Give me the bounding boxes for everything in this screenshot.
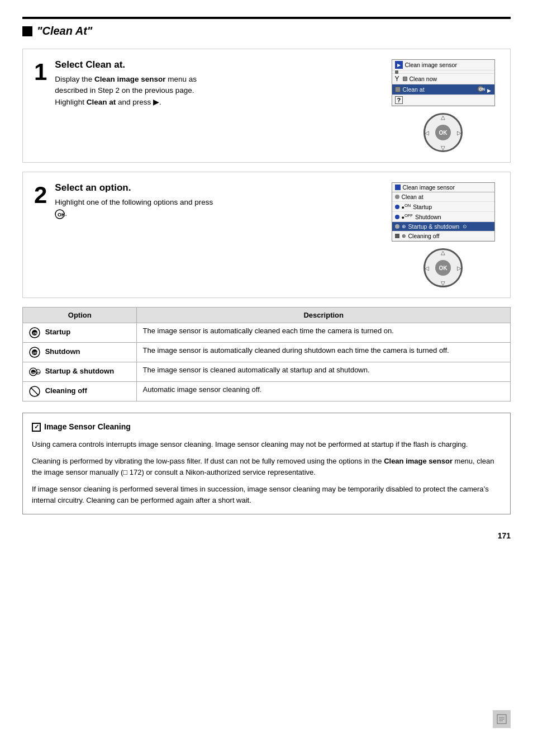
svg-text:OFF: OFF (33, 351, 39, 355)
menu-header-icon: ▶ (395, 61, 403, 69)
svg-text:ON: ON (479, 87, 485, 91)
ok-circle-small: ⊙ (463, 224, 467, 229)
arrow-down-icon: ▽ (441, 145, 445, 151)
startup-option-label: Startup (45, 328, 71, 336)
cleaning-off-icon-text: ⊗ (402, 233, 406, 239)
checkbox-icon (403, 77, 407, 81)
option-cell-cleaning-off: Cleaning off (23, 382, 137, 401)
info-box-title: ✓ Image Sensor Cleaning (32, 421, 501, 433)
info-para-1: Using camera controls interrupts image s… (32, 439, 501, 450)
page-corner-icon (493, 710, 511, 728)
table-row: ON OFF Startup & shutdown The image sens… (23, 362, 511, 382)
step1-content: 1 Select Clean at. Display the Clean ima… (34, 59, 376, 152)
description-cell-startup-shutdown: The image sensor is cleaned automaticall… (137, 362, 511, 382)
step1-camera-menu: ▶ Clean image sensor Y Clean now Clean a… (392, 59, 495, 106)
step1-body: Display the Clean image sensor menu as d… (55, 74, 197, 108)
step2-right: Clean image sensor Clean at ●ON Startup … (387, 182, 499, 287)
startup-icon-text: ●ON (402, 203, 411, 210)
header-black-square-icon (22, 26, 32, 36)
info-box-title-text: Image Sensor Cleaning (44, 421, 131, 433)
clean-at-checkbox (395, 87, 401, 92)
step1-title: Select Clean at. (55, 59, 197, 70)
y-icon: Y (395, 75, 399, 83)
step2-title: Select an option. (55, 182, 213, 193)
menu2-header-icon (395, 185, 401, 190)
step2-text: Select an option. Highlight one of the f… (55, 182, 213, 220)
step1-ok-button[interactable]: OK △ ▽ ◁ ▷ (423, 113, 463, 152)
page-title: "Clean At" (37, 25, 92, 37)
menu-header-row: ▶ Clean image sensor (392, 60, 494, 70)
table-row: OFF Shutdown The image sensor is automat… (23, 343, 511, 362)
arrow-left-icon2: ◁ (425, 265, 429, 271)
svg-line-16 (31, 388, 39, 395)
step1-body-line2: described in Step 2 on the previous page… (55, 86, 194, 94)
checkbox-checked-icon: ✓ (32, 423, 41, 432)
step1-body-line3-bold: Clean at (87, 98, 116, 106)
step1-body-line1-plain: Display the (55, 75, 94, 83)
arrow-down-icon2: ▽ (441, 280, 445, 286)
cleaning-off-option-label: Cleaning off (45, 386, 87, 395)
startup-icon: ON (28, 327, 41, 339)
step1-body-line3-plain: Highlight (55, 98, 86, 106)
step1-body-line1-bold: Clean image sensor (94, 75, 166, 83)
menu2-startup-shutdown: ⊕ Startup & shutdown ⊙ (392, 222, 494, 231)
menu-item-suffix: ON ▶ (477, 86, 492, 93)
description-cell-startup: The image sensor is automatically cleane… (137, 323, 511, 343)
table-row: Cleaning off Automatic image sensor clea… (23, 382, 511, 401)
shutdown-option-label: Shutdown (45, 347, 80, 356)
startup-shutdown-label: Startup & shutdown (408, 223, 460, 230)
startup-label: Startup (413, 204, 432, 210)
menu2-sub-text: Clean at (402, 193, 423, 200)
svg-text:OK: OK (58, 212, 65, 218)
step2-ok-button[interactable]: OK △ ▽ ◁ ▷ (423, 248, 463, 287)
shutdown-icon: OFF (28, 346, 41, 358)
cleaning-off-square (395, 234, 399, 238)
ok-label: OK (439, 130, 448, 136)
menu2-startup: ●ON Startup (392, 202, 494, 212)
step2-body: Highlight one of the following options a… (55, 197, 213, 220)
menu2-header-text: Clean image sensor (403, 184, 455, 191)
option-cell-startup: ON Startup (23, 323, 137, 343)
menu-item-y: Y Clean now (392, 74, 494, 84)
info-para-2: Cleaning is performed by vibrating the l… (32, 456, 501, 478)
svg-text:OFF: OFF (36, 372, 40, 374)
table-header-description: Description (137, 308, 511, 323)
menu-item-question: ? (392, 95, 494, 106)
ok-label2: OK (439, 265, 448, 271)
cleaning-off-icon (28, 385, 41, 398)
startup-shutdown-icon-text: ⊕ (402, 224, 406, 229)
step2-body-line2: OK. (55, 209, 67, 218)
shutdown-label: Shutdown (415, 214, 441, 220)
menu-header-text: Clean image sensor (405, 62, 492, 68)
table-row: ON Startup The image sensor is automatic… (23, 323, 511, 343)
menu2-header: Clean image sensor (392, 183, 494, 192)
table-header-option: Option (23, 308, 137, 323)
info-box: ✓ Image Sensor Cleaning Using camera con… (22, 413, 511, 514)
page-header: "Clean At" (22, 18, 511, 37)
startup-shutdown-icon: ON OFF (28, 366, 41, 378)
menu-item-clean-at: Clean at ON ▶ (392, 84, 494, 95)
menu2-sub-dot (395, 195, 399, 199)
page-number: 171 (22, 531, 511, 540)
step1-title-plain: Select (55, 59, 85, 70)
step2-body-line1: Highlight one of the following options a… (55, 198, 213, 206)
step2-camera-menu: Clean image sensor Clean at ●ON Startup … (392, 182, 495, 242)
startup-shutdown-dot (395, 224, 399, 229)
arrow-up-icon: △ (441, 114, 445, 120)
arrow-right-icon2: ▷ (457, 265, 461, 271)
arrow-left-icon: ◁ (425, 130, 429, 136)
step1-text: Select Clean at. Display the Clean image… (55, 59, 197, 108)
question-icon: ? (395, 96, 403, 104)
step1-section: 1 Select Clean at. Display the Clean ima… (22, 49, 511, 163)
step2-section: 2 Select an option. Highlight one of the… (22, 172, 511, 298)
description-cell-shutdown: The image sensor is automatically cleane… (137, 343, 511, 362)
option-cell-shutdown: OFF Shutdown (23, 343, 137, 362)
shutdown-icon-text: ●OFF (402, 213, 413, 220)
shutdown-dot (395, 215, 399, 219)
step1-title-bold: Clean at. (85, 59, 125, 70)
info-para-3: If image sensor cleaning is performed se… (32, 484, 501, 506)
menu2-shutdown: ●OFF Shutdown (392, 212, 494, 222)
info-bold-phrase: Clean image sensor (384, 457, 453, 465)
arrow-right-icon: ▷ (457, 130, 461, 136)
menu-small-icon (395, 70, 398, 74)
